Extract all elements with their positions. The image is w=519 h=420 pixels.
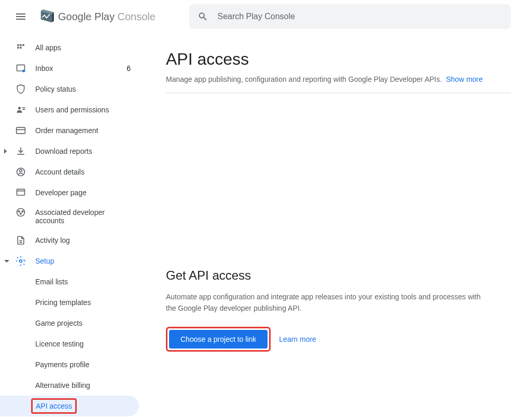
- inbox-icon: [16, 63, 26, 74]
- svg-point-8: [18, 211, 20, 212]
- sidebar-sub-pricing-templates[interactable]: Pricing templates: [0, 292, 139, 313]
- hamburger-menu[interactable]: [8, 4, 33, 29]
- sidebar-sub-payments-profile[interactable]: Payments profile: [0, 354, 139, 375]
- svg-rect-3: [17, 127, 25, 134]
- sidebar-item-users-permissions[interactable]: Users and permissions: [0, 99, 139, 120]
- choose-project-button[interactable]: Choose a project to link: [169, 330, 268, 349]
- sidebar-label: Account details: [35, 168, 85, 176]
- sidebar-item-order-management[interactable]: Order management: [0, 120, 139, 141]
- sidebar-sub-api-access[interactable]: API access: [0, 396, 139, 416]
- sidebar-sub-game-projects[interactable]: Game projects: [0, 313, 139, 334]
- shield-icon: [16, 84, 26, 94]
- sidebar-label: Developer page: [35, 189, 87, 197]
- sidebar-item-activity-log[interactable]: Activity log: [0, 230, 139, 251]
- logo[interactable]: Google Play Console: [39, 9, 156, 24]
- associated-icon: [16, 207, 26, 218]
- sidebar-item-account-details[interactable]: Account details: [0, 162, 139, 182]
- svg-point-11: [20, 260, 22, 263]
- svg-point-2: [18, 107, 21, 109]
- sidebar-label: All apps: [35, 44, 61, 52]
- svg-point-5: [20, 169, 22, 172]
- sidebar-label: Download reports: [35, 147, 92, 155]
- show-more-link[interactable]: Show more: [446, 75, 483, 83]
- highlight-box: API access: [31, 398, 77, 414]
- sidebar-label: Inbox: [35, 64, 53, 73]
- svg-point-9: [22, 211, 23, 212]
- highlight-box: Choose a project to link: [166, 327, 271, 352]
- inbox-badge: 6: [127, 64, 131, 73]
- page-title: API access: [166, 50, 511, 69]
- web-icon: [16, 187, 26, 198]
- sidebar-label: Setup: [35, 257, 54, 265]
- sidebar-item-associated-developer[interactable]: Associated developer accounts: [0, 203, 139, 230]
- sidebar-label: Associated developer accounts: [35, 208, 131, 225]
- svg-point-1: [22, 70, 25, 73]
- svg-point-10: [20, 213, 22, 214]
- page-description: Manage app publishing, configuration and…: [166, 75, 511, 93]
- sidebar-item-inbox[interactable]: Inbox 6: [0, 58, 139, 79]
- sidebar-sub-alternative-billing[interactable]: Alternative billing: [0, 375, 139, 396]
- sidebar-label: Order management: [35, 126, 98, 135]
- sidebar-item-all-apps[interactable]: All apps: [0, 37, 139, 58]
- section-title: Get API access: [166, 268, 511, 283]
- main-content: API access Manage app publishing, config…: [145, 33, 519, 420]
- search-icon: [198, 11, 208, 22]
- sidebar-label: Users and permissions: [35, 106, 109, 114]
- logo-text: Google Play Console: [58, 11, 156, 23]
- document-icon: [16, 235, 26, 245]
- svg-rect-6: [17, 189, 25, 195]
- search-bar[interactable]: [189, 4, 511, 29]
- hamburger-icon: [15, 10, 27, 23]
- svg-point-7: [17, 209, 25, 216]
- gear-icon: [16, 256, 26, 266]
- sidebar-item-setup[interactable]: Setup: [0, 251, 139, 271]
- sidebar-item-download-reports[interactable]: Download reports: [0, 141, 139, 162]
- search-input[interactable]: [217, 12, 502, 21]
- sidebar-label: Activity log: [35, 236, 70, 244]
- sidebar: All apps Inbox 6 Policy status Users and…: [0, 33, 145, 420]
- learn-more-link[interactable]: Learn more: [279, 335, 316, 343]
- sidebar-item-policy-status[interactable]: Policy status: [0, 79, 139, 99]
- account-icon: [16, 167, 26, 177]
- section-description: Automate app configuration and integrate…: [166, 291, 482, 314]
- sidebar-item-developer-page[interactable]: Developer page: [0, 182, 139, 203]
- play-console-icon: [39, 9, 54, 24]
- sidebar-sub-licence-testing[interactable]: Licence testing: [0, 334, 139, 354]
- users-icon: [16, 105, 26, 115]
- sidebar-sub-email-lists[interactable]: Email lists: [0, 271, 139, 292]
- sidebar-label: Policy status: [35, 85, 76, 93]
- apps-icon: [16, 42, 26, 53]
- download-icon: [16, 146, 26, 156]
- credit-card-icon: [16, 125, 26, 136]
